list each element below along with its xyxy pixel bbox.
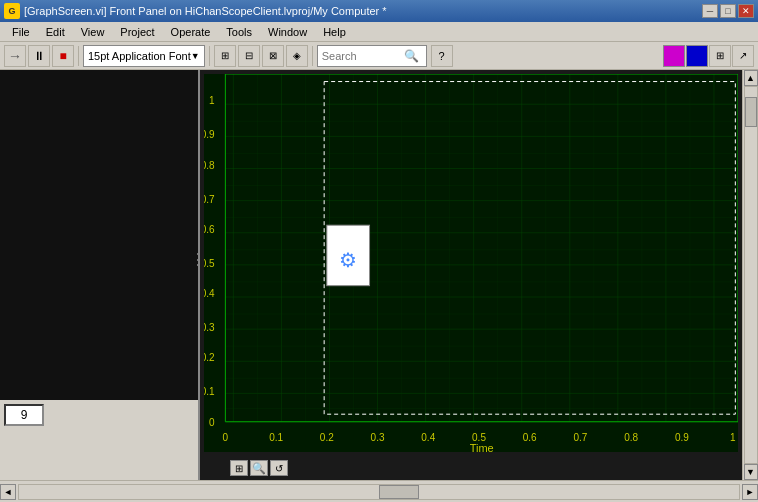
window-controls: ─ □ ✕ [702,4,754,18]
pause-button[interactable]: ⏸ [28,45,50,67]
app-icon: G [4,3,20,19]
panel-icon-2[interactable] [686,45,708,67]
minimize-button[interactable]: ─ [702,4,718,18]
zoom-in-button[interactable]: 🔍 [250,460,268,476]
vscroll-thumb[interactable] [745,97,757,127]
stop-button[interactable]: ■ [52,45,74,67]
close-button[interactable]: ✕ [738,4,754,18]
menu-operate[interactable]: Operate [163,24,219,40]
left-panel: ⋮ 9 [0,70,200,480]
svg-text:⚙: ⚙ [339,249,357,271]
hscroll-thumb[interactable] [379,485,419,499]
order-button[interactable]: ◈ [286,45,308,67]
font-selector[interactable]: 15pt Application Font ▼ [83,45,205,67]
graph-controls: ⊞ 🔍 ↺ [230,460,288,476]
scroll-left-button[interactable]: ◄ [0,484,16,500]
svg-text:Time: Time [470,442,494,452]
left-panel-display [0,70,198,400]
svg-text:0.4: 0.4 [421,432,435,443]
help-button[interactable]: ? [431,45,453,67]
vscroll-track[interactable] [744,86,758,464]
svg-text:0.3: 0.3 [204,322,215,333]
menu-view[interactable]: View [73,24,113,40]
scroll-right-button[interactable]: ► [742,484,758,500]
search-icon-button[interactable]: 🔍 [402,46,422,66]
menu-file[interactable]: File [4,24,38,40]
graph-svg: 0 0.1 0.2 0.3 0.4 0.5 0.6 0.7 0.8 0.9 1 … [204,74,738,452]
svg-text:0.8: 0.8 [204,160,215,171]
svg-text:0.9: 0.9 [675,432,689,443]
separator-1 [78,46,79,66]
svg-text:0.1: 0.1 [269,432,283,443]
counter-display: 9 [4,404,44,426]
menu-help[interactable]: Help [315,24,354,40]
svg-text:0: 0 [223,432,229,443]
svg-text:0.7: 0.7 [574,432,588,443]
menu-bar: File Edit View Project Operate Tools Win… [0,22,758,42]
bottom-scrollbar-bar: ◄ ► [0,480,758,502]
svg-text:0.9: 0.9 [204,129,215,140]
separator-2 [209,46,210,66]
run-button[interactable]: → [4,45,26,67]
scroll-down-button[interactable]: ▼ [744,464,758,480]
separator-3 [312,46,313,66]
search-input[interactable] [322,50,402,62]
svg-text:0.5: 0.5 [204,258,215,269]
menu-tools[interactable]: Tools [218,24,260,40]
zoom-history-button[interactable]: ↺ [270,460,288,476]
svg-text:0.4: 0.4 [204,288,215,299]
scroll-up-button[interactable]: ▲ [744,70,758,86]
svg-text:0.7: 0.7 [204,194,215,205]
svg-text:0.6: 0.6 [204,224,215,235]
svg-text:0: 0 [209,417,215,428]
panel-grid[interactable]: ⊞ [709,45,731,67]
svg-text:1: 1 [209,95,215,106]
toolbar: → ⏸ ■ 15pt Application Font ▼ ⊞ ⊟ ⊠ ◈ 🔍 … [0,42,758,70]
svg-text:0.8: 0.8 [624,432,638,443]
align-button[interactable]: ⊞ [214,45,236,67]
main-content: ⋮ 9 [0,70,758,480]
maximize-button[interactable]: □ [720,4,736,18]
svg-text:0.2: 0.2 [204,352,215,363]
hscroll-track[interactable] [18,484,740,500]
resize-handle[interactable]: ⋮ [190,250,198,269]
svg-text:0.5: 0.5 [472,432,486,443]
font-name: 15pt Application Font [88,50,191,62]
zoom-fit-button[interactable]: ⊞ [230,460,248,476]
svg-text:1: 1 [730,432,736,443]
svg-text:0.6: 0.6 [523,432,537,443]
search-box: 🔍 [317,45,427,67]
panel-arrow[interactable]: ↗ [732,45,754,67]
graph-container: 0 0.1 0.2 0.3 0.4 0.5 0.6 0.7 0.8 0.9 1 … [200,70,742,480]
right-scrollbar: ▲ ▼ [742,70,758,480]
svg-text:0.3: 0.3 [371,432,385,443]
svg-rect-0 [204,74,738,452]
title-bar: G [GraphScreen.vi] Front Panel on HiChan… [0,0,758,22]
dropdown-arrow: ▼ [191,51,200,61]
distribute-button[interactable]: ⊟ [238,45,260,67]
panel-icon-1[interactable] [663,45,685,67]
svg-text:0.2: 0.2 [320,432,334,443]
menu-window[interactable]: Window [260,24,315,40]
menu-edit[interactable]: Edit [38,24,73,40]
menu-project[interactable]: Project [112,24,162,40]
svg-text:0.1: 0.1 [204,386,215,397]
left-panel-bottom: 9 [0,400,198,480]
window-title: [GraphScreen.vi] Front Panel on HiChanSc… [24,5,702,17]
resize-button[interactable]: ⊠ [262,45,284,67]
